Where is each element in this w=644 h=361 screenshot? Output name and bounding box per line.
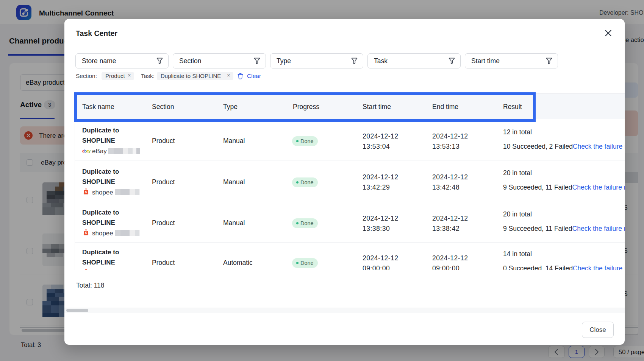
svg-text:S: S bbox=[85, 190, 87, 194]
svg-text:S: S bbox=[85, 231, 87, 235]
